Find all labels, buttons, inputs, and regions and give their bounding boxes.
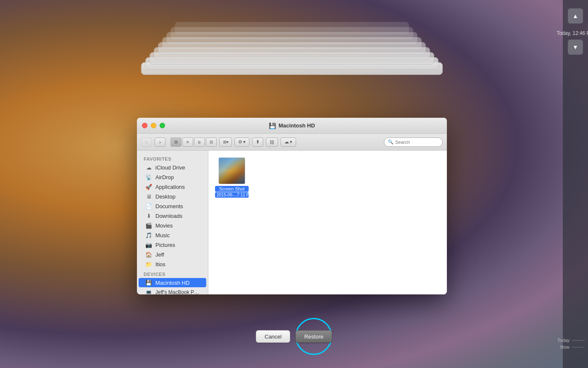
window-title: 💾 Macintosh HD — [269, 122, 315, 129]
title-bar: 💾 Macintosh HD — [137, 118, 447, 134]
sidebar-item-movies[interactable]: 🎬 Movies — [139, 221, 206, 230]
sidebar-item-macintosh-hd[interactable]: 💾 Macintosh HD — [139, 278, 206, 287]
sidebar-label: Desktop — [155, 193, 176, 200]
scroll-down-button[interactable]: ▼ — [568, 40, 583, 55]
restore-button-wrapper: Restore — [295, 330, 332, 343]
file-thumbnail — [218, 157, 245, 184]
cancel-button[interactable]: Cancel — [256, 330, 290, 343]
sidebar-label: Jeff — [155, 252, 164, 258]
folder-icon: 📁 — [145, 261, 152, 267]
share-button[interactable]: ⬆ — [252, 138, 263, 147]
now-label: Now — [557, 344, 585, 349]
movies-icon: 🎬 — [145, 222, 152, 229]
arrange-dropdown[interactable]: ⊞▾ — [219, 138, 232, 147]
sidebar-item-documents[interactable]: 📄 Documents — [139, 201, 206, 211]
timeline-labels: Today Now — [557, 338, 585, 351]
downloads-icon: ⬇ — [145, 212, 152, 219]
link-button[interactable]: ⛓ — [266, 138, 278, 147]
sidebar-label: Pictures — [155, 242, 175, 248]
favorites-section-label: FAVORITES — [137, 154, 208, 162]
file-item-screenshot[interactable]: Screen Shot 2015-06-...7.11 PM — [215, 157, 249, 198]
icloud-icon: ☁ — [145, 164, 152, 171]
devices-section-label: Devices — [137, 269, 208, 278]
music-icon: 🎵 — [145, 232, 152, 238]
file-name-line1: Screen Shot — [215, 186, 249, 192]
sidebar-item-desktop[interactable]: 🖥 Desktop — [139, 192, 206, 201]
sidebar-label: Downloads — [155, 213, 182, 219]
desktop-icon: 🖥 — [145, 193, 152, 200]
sidebar-item-jeff[interactable]: 🏠 Jeff — [139, 250, 206, 259]
airdrop-icon: 📡 — [145, 174, 152, 180]
home-icon: 🏠 — [145, 251, 152, 258]
window-controls — [142, 123, 165, 128]
scroll-up-button[interactable]: ▲ — [568, 8, 583, 24]
gear-icon: ⚙ — [238, 139, 242, 145]
window-title-text: Macintosh HD — [278, 122, 315, 129]
sidebar-item-itios[interactable]: 📁 Itios — [139, 259, 206, 269]
cloud-icon: ☁ — [284, 139, 289, 145]
toolbar: ‹ › ⊞ ≡ ⫼ ⊟ ⊞▾ ⚙ ▾ ⬆ ⛓ ☁ ▾ 🔍 — [137, 134, 447, 151]
sidebar-item-icloud-drive[interactable]: ☁ iCloud Drive — [139, 163, 206, 172]
sidebar-label: iCloud Drive — [155, 164, 185, 171]
sidebar-item-music[interactable]: 🎵 Music — [139, 230, 206, 240]
screenshot-preview-image — [219, 158, 245, 184]
action-arrow: ▾ — [243, 139, 246, 145]
maximize-button[interactable] — [160, 123, 165, 128]
applications-icon: 🚀 — [145, 183, 152, 190]
search-box: 🔍 — [384, 138, 443, 147]
cover-view-button[interactable]: ⊟ — [206, 138, 217, 147]
close-button[interactable] — [142, 123, 147, 128]
pictures-icon: 📷 — [145, 241, 152, 248]
sidebar-label: Jeff's MacBook Pr... — [155, 289, 200, 294]
sidebar: FAVORITES ☁ iCloud Drive 📡 AirDrop 🚀 App… — [137, 151, 208, 294]
sidebar-item-airdrop[interactable]: 📡 AirDrop — [139, 172, 206, 182]
finder-window: 💾 Macintosh HD ‹ › ⊞ ≡ ⫼ ⊟ ⊞▾ ⚙ ▾ ⬆ ⛓ ☁ … — [137, 118, 447, 294]
macbook-icon: 💻 — [145, 289, 152, 294]
link-icon: ⛓ — [270, 140, 274, 145]
forward-button[interactable]: › — [155, 138, 165, 147]
window-body: FAVORITES ☁ iCloud Drive 📡 AirDrop 🚀 App… — [137, 151, 447, 294]
documents-icon: 📄 — [145, 203, 152, 209]
stack-layer-9 — [175, 22, 409, 34]
hd-icon: 💾 — [269, 122, 276, 129]
sidebar-label: Macintosh HD — [155, 280, 190, 286]
minimize-button[interactable] — [151, 123, 156, 128]
hd-device-icon: 💾 — [145, 279, 152, 286]
share-icon: ⬆ — [256, 139, 260, 145]
sidebar-label: AirDrop — [155, 174, 174, 180]
file-area[interactable]: Screen Shot 2015-06-...7.11 PM — [208, 151, 447, 294]
sidebar-label: Movies — [155, 222, 173, 229]
today-label: Today — [557, 338, 585, 343]
time-label: Today, 12:46 PM — [556, 30, 588, 36]
sidebar-item-downloads[interactable]: ⬇ Downloads — [139, 211, 206, 220]
sidebar-label: Documents — [155, 203, 183, 209]
file-name-line2: 2015-06-...7.11 PM — [215, 192, 249, 198]
dialog-buttons: Cancel Restore — [256, 330, 332, 343]
sidebar-item-pictures[interactable]: 📷 Pictures — [139, 240, 206, 249]
cloud-button[interactable]: ☁ ▾ — [281, 138, 296, 147]
view-buttons: ⊞ ≡ ⫼ ⊟ — [171, 138, 217, 147]
sidebar-label: Music — [155, 232, 170, 238]
sidebar-item-applications[interactable]: 🚀 Applications — [139, 182, 206, 191]
list-view-button[interactable]: ≡ — [182, 138, 193, 147]
back-button[interactable]: ‹ — [141, 138, 152, 147]
sidebar-label: Itios — [155, 261, 165, 267]
restore-button[interactable]: Restore — [295, 330, 332, 343]
right-panel: ▲ Today, 12:46 PM ▼ — [563, 0, 588, 368]
column-view-button[interactable]: ⫼ — [194, 138, 205, 147]
action-button[interactable]: ⚙ ▾ — [234, 138, 249, 147]
sidebar-label: Applications — [155, 184, 185, 190]
search-input[interactable] — [395, 140, 439, 145]
sidebar-item-jeffs-macbook[interactable]: 💻 Jeff's MacBook Pr... — [139, 288, 206, 294]
cloud-arrow: ▾ — [290, 139, 292, 145]
icon-view-button[interactable]: ⊞ — [171, 138, 181, 147]
search-icon: 🔍 — [388, 139, 394, 145]
